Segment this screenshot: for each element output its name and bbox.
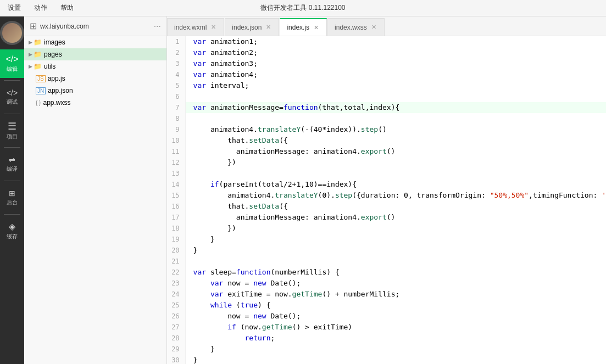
tree-item-images-label: images bbox=[44, 38, 65, 46]
code-line-23: 23 var now = new Date(); bbox=[167, 278, 606, 289]
menu-help[interactable]: 帮助 bbox=[58, 2, 76, 14]
sidebar-divider-3 bbox=[4, 147, 20, 148]
more-icon[interactable]: ··· bbox=[154, 21, 161, 31]
tab-index-wxml[interactable]: index.wxml ✕ bbox=[167, 18, 224, 36]
sidebar-btn-compile[interactable]: ⇌ 编译 bbox=[0, 150, 24, 178]
code-editor[interactable]: 1 var animation1; 2 var animation2; 3 va… bbox=[167, 36, 606, 364]
line-num-22: 22 bbox=[167, 267, 185, 278]
line-num-21: 21 bbox=[167, 256, 185, 267]
line-code-17: animationMessage: animation4.export() bbox=[185, 212, 606, 223]
tree-item-pages[interactable]: ▶ 📁 pages bbox=[24, 48, 166, 60]
code-line-13: 13 bbox=[167, 168, 606, 179]
code-line-11: 11 animationMessage: animation4.export() bbox=[167, 146, 606, 157]
code-line-22: 22 var sleep=function(numberMillis) { bbox=[167, 267, 606, 278]
code-line-12: 12 }) bbox=[167, 157, 606, 168]
tree-item-appwxss[interactable]: { } app.wxss bbox=[24, 97, 166, 109]
code-line-17: 17 animationMessage: animation4.export() bbox=[167, 212, 606, 223]
file-tree-header: ⊞ wx.laiyunba.com ··· bbox=[24, 16, 166, 36]
json-badge: JN bbox=[36, 87, 46, 94]
code-line-14: 14 if(parseInt(total/2+1,10)==index){ bbox=[167, 179, 606, 190]
line-num-12: 12 bbox=[167, 157, 185, 168]
sidebar-icons: </> 编辑 </> 调试 ☰ 项目 ⇌ 编译 ⊞ 后台 ◈ 缓存 bbox=[0, 16, 24, 364]
code-line-24: 24 var exitTime = now.getTime() + number… bbox=[167, 289, 606, 300]
code-line-29: 29 } bbox=[167, 344, 606, 355]
sidebar-divider-1 bbox=[4, 80, 20, 81]
line-num-20: 20 bbox=[167, 245, 185, 256]
line-code-22: var sleep=function(numberMillis) { bbox=[185, 267, 606, 278]
tab-index-js-close[interactable]: ✕ bbox=[313, 24, 320, 31]
menu-settings[interactable]: 设置 bbox=[5, 2, 23, 14]
sidebar-btn-backend[interactable]: ⊞ 后台 bbox=[0, 183, 24, 212]
tree-item-utils[interactable]: ▶ 📁 utils bbox=[24, 60, 166, 72]
line-num-7: 7 bbox=[167, 102, 185, 113]
code-line-8: 8 bbox=[167, 113, 606, 124]
line-num-2: 2 bbox=[167, 47, 185, 58]
line-num-26: 26 bbox=[167, 311, 185, 322]
project-icon: ☰ bbox=[8, 121, 16, 131]
sidebar-project-label: 项目 bbox=[7, 133, 18, 141]
tree-item-pages-label: pages bbox=[44, 51, 62, 58]
line-code-23: var now = new Date(); bbox=[185, 278, 606, 289]
domain-label: wx.laiyunba.com bbox=[40, 23, 89, 30]
avatar[interactable] bbox=[0, 21, 24, 45]
line-code-3: var animation3; bbox=[185, 58, 606, 69]
code-line-28: 28 return; bbox=[167, 333, 606, 344]
line-num-19: 19 bbox=[167, 234, 185, 245]
line-code-20: } bbox=[185, 245, 606, 256]
sidebar-btn-debug[interactable]: </> 调试 bbox=[0, 83, 24, 111]
tab-index-wxss[interactable]: index.wxss ✕ bbox=[327, 18, 385, 36]
line-num-30: 30 bbox=[167, 355, 185, 364]
line-num-10: 10 bbox=[167, 135, 185, 146]
line-num-16: 16 bbox=[167, 201, 185, 212]
sidebar-btn-editor[interactable]: </> 编辑 bbox=[0, 49, 24, 78]
line-code-2: var animation2; bbox=[185, 47, 606, 58]
code-line-4: 4 var animation4; bbox=[167, 69, 606, 80]
line-code-16: that.setData({ bbox=[185, 201, 606, 212]
line-code-6 bbox=[185, 91, 606, 102]
editor-area: index.wxml ✕ index.json ✕ index.js ✕ ind… bbox=[167, 16, 606, 364]
tab-index-wxml-close[interactable]: ✕ bbox=[210, 24, 217, 31]
tab-index-wxss-close[interactable]: ✕ bbox=[370, 24, 377, 31]
line-code-8 bbox=[185, 113, 606, 124]
tree-item-appjs[interactable]: JS app.js bbox=[24, 72, 166, 85]
line-code-24: var exitTime = now.getTime() + numberMil… bbox=[185, 289, 606, 300]
line-num-23: 23 bbox=[167, 278, 185, 289]
tab-index-wxss-label: index.wxss bbox=[335, 24, 367, 31]
line-num-4: 4 bbox=[167, 69, 185, 80]
line-code-7: var animationMessage=function(that,total… bbox=[185, 102, 606, 113]
line-num-5: 5 bbox=[167, 80, 185, 91]
tree-item-utils-label: utils bbox=[44, 63, 55, 70]
line-code-30: } bbox=[185, 355, 606, 364]
line-code-5: var interval; bbox=[185, 80, 606, 91]
menu-actions[interactable]: 动作 bbox=[32, 2, 49, 14]
line-code-29: } bbox=[185, 344, 606, 355]
line-num-8: 8 bbox=[167, 113, 185, 124]
cache-icon: ◈ bbox=[9, 222, 15, 231]
code-line-20: 20 } bbox=[167, 245, 606, 256]
arrow-icon-utils: ▶ bbox=[29, 64, 32, 69]
line-num-18: 18 bbox=[167, 223, 185, 234]
debug-icon: </> bbox=[7, 89, 18, 97]
arrow-icon-pages: ▶ bbox=[29, 52, 32, 57]
code-line-27: 27 if (now.getTime() > exitTime) bbox=[167, 322, 606, 333]
tree-item-images[interactable]: ▶ 📁 images bbox=[24, 36, 166, 48]
code-line-25: 25 while (true) { bbox=[167, 300, 606, 311]
tab-bar: index.wxml ✕ index.json ✕ index.js ✕ ind… bbox=[167, 16, 606, 36]
code-line-1: 1 var animation1; bbox=[167, 36, 606, 47]
tab-index-js[interactable]: index.js ✕ bbox=[280, 18, 327, 36]
sidebar-btn-cache[interactable]: ◈ 缓存 bbox=[0, 217, 24, 245]
sidebar-btn-project[interactable]: ☰ 项目 bbox=[0, 116, 24, 145]
code-line-16: 16 that.setData({ bbox=[167, 201, 606, 212]
code-line-5: 5 var interval; bbox=[167, 80, 606, 91]
code-line-6: 6 bbox=[167, 91, 606, 102]
tab-index-json[interactable]: index.json ✕ bbox=[225, 18, 279, 36]
tab-index-json-close[interactable]: ✕ bbox=[265, 24, 272, 31]
backend-icon: ⊞ bbox=[9, 189, 15, 197]
line-num-25: 25 bbox=[167, 300, 185, 311]
line-num-9: 9 bbox=[167, 124, 185, 135]
line-code-9: animation4.translateY(-(40*index)).step(… bbox=[185, 124, 606, 135]
compile-icon: ⇌ bbox=[9, 156, 15, 164]
tree-item-appjson[interactable]: JN app.json bbox=[24, 85, 166, 97]
tree-item-appwxss-label: app.wxss bbox=[43, 99, 70, 107]
code-line-9: 9 animation4.translateY(-(40*index)).ste… bbox=[167, 124, 606, 135]
